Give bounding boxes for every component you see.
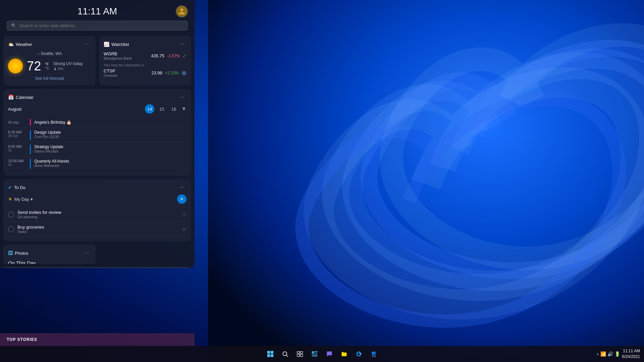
- weather-title-row: ⛅ Weather: [8, 42, 32, 47]
- event-details-design-update: Design Update Conf Rm 32/35: [34, 130, 61, 139]
- taskbar-store-button[interactable]: [368, 348, 380, 360]
- taskbar-windows-button[interactable]: [264, 348, 276, 360]
- stock-item-wgrb[interactable]: WGRB Woodgrove Bank 435.75 -1.67% ✓: [104, 51, 186, 60]
- sun-icon: [8, 59, 23, 73]
- tray-arrow-icon[interactable]: ∧: [596, 352, 599, 356]
- taskbar-date-display: 6/24/2021: [622, 354, 640, 360]
- watchlist-more-button[interactable]: ···: [178, 41, 186, 48]
- todo-icon: ✔: [8, 185, 12, 190]
- fahrenheit-unit[interactable]: °F: [45, 62, 49, 66]
- svg-rect-17: [267, 351, 270, 354]
- widget-time: 11:11 AM: [67, 6, 127, 17]
- photos-widget: 🖼 Photos ··· On This Day Dec 18 · 33 ite…: [3, 245, 96, 264]
- event-details-allhands: Quarterly All-Hands Arina Maharani: [34, 159, 69, 168]
- photos-on-this-day: On This Day: [8, 260, 37, 264]
- photos-more-button[interactable]: ···: [83, 249, 91, 257]
- calendar-event-strategy-update[interactable]: 9:00 AM 1h Strategy Update Darius Mcclai…: [8, 142, 186, 157]
- widget-panel: 11:11 AM 🔍 ⛅ Weather ··· ⌂ Seat: [0, 0, 195, 268]
- add-widgets-button[interactable]: Add widgets: [3, 267, 191, 268]
- watchlist-title-row: 📈 Watchlist: [104, 42, 129, 47]
- stock-item-ctsp[interactable]: CTSP Contoso 23.98 +2.23% ⊕: [104, 68, 186, 77]
- photos-subheader: On This Day Dec 18 · 33 items See all: [8, 260, 91, 264]
- calendar-day-16[interactable]: 16: [169, 104, 178, 114]
- todo-star-invites[interactable]: ☆: [182, 211, 186, 218]
- taskbar-search-button[interactable]: [279, 348, 291, 360]
- todo-myday-label[interactable]: My Day ▾: [14, 197, 33, 202]
- calendar-event-allday[interactable]: All day Angela's Birthday 🎂: [8, 117, 186, 128]
- user-avatar[interactable]: [176, 5, 188, 17]
- weather-unit-toggle[interactable]: °F °C: [45, 62, 49, 70]
- taskbar-edge-button[interactable]: [353, 348, 365, 360]
- todo-star-groceries[interactable]: ☆: [182, 226, 186, 232]
- todo-checkbox-invites[interactable]: [8, 212, 14, 218]
- todo-widget: ✔ To Do ··· ☀ My Day ▾ + Send invites fo…: [3, 179, 191, 241]
- calendar-day-15[interactable]: 15: [157, 104, 166, 114]
- taskbar-clock[interactable]: 11:11 AM 6/24/2021: [622, 348, 640, 360]
- calendar-days: 14 15 16 ▼: [145, 104, 186, 114]
- calendar-event-design-update[interactable]: 8:30 AM 30 min Design Update Conf Rm 32/…: [8, 128, 186, 142]
- event-title-strategy: Strategy Update: [34, 144, 63, 149]
- taskbar-widgets-button[interactable]: [309, 348, 321, 360]
- calendar-day-14[interactable]: 14: [145, 104, 154, 114]
- taskbar-center: [264, 348, 380, 360]
- weather-widget-header: ⛅ Weather ···: [8, 41, 91, 48]
- stock-company-wgrb: Woodgrove Bank: [104, 56, 132, 60]
- calendar-widget: 📅 Calendar ··· August 14 15 16 ▼ All day…: [3, 89, 191, 176]
- event-bar-allhands: [30, 159, 31, 169]
- photos-widget-header: 🖼 Photos ···: [8, 249, 91, 257]
- svg-rect-27: [312, 351, 315, 354]
- todo-myday-header: ☀ My Day ▾ +: [8, 194, 186, 204]
- weather-forecast-link[interactable]: See full forecast: [8, 76, 91, 81]
- svg-rect-25: [297, 354, 300, 357]
- todo-item-invites[interactable]: Send invites for review Q4 planning ☆: [8, 207, 186, 222]
- system-tray-icons: ∧ 📶 🔊 🔋: [596, 351, 620, 357]
- calendar-title-row: 📅 Calendar: [8, 95, 34, 100]
- top-stories-label: TOP STORIES: [7, 337, 37, 342]
- todo-item-groceries[interactable]: Buy groceries Tasks ☆: [8, 222, 186, 237]
- todo-sub-invites: Q4 planning: [17, 215, 178, 219]
- taskbar-task-view-button[interactable]: [294, 348, 306, 360]
- calendar-nav: August 14 15 16 ▼: [8, 104, 186, 114]
- watchlist-widget: 📈 Watchlist ··· WGRB Woodgrove Bank 435.…: [99, 36, 191, 85]
- svg-rect-20: [271, 354, 273, 357]
- calendar-widget-title: Calendar: [16, 95, 34, 100]
- stock-symbol-wgrb: WGRB: [104, 51, 132, 56]
- taskbar-file-explorer-button[interactable]: [338, 348, 350, 360]
- stock-company-ctsp: Contoso: [104, 73, 117, 77]
- photos-see-all-link[interactable]: See all: [78, 263, 91, 264]
- todo-sub-groceries: Tasks: [17, 230, 178, 234]
- celsius-unit[interactable]: °C: [45, 66, 49, 70]
- allday-event-title: Angela's Birthday 🎂: [34, 120, 71, 125]
- stock-change-wgrb: -1.67%: [167, 54, 180, 58]
- calendar-icon: 📅: [8, 95, 14, 100]
- taskbar-chat-button[interactable]: [323, 348, 335, 360]
- search-icon: 🔍: [11, 23, 16, 28]
- calendar-month: August: [8, 107, 21, 112]
- calendar-event-allhands[interactable]: 10:00 AM 1h Quarterly All-Hands Arina Ma…: [8, 157, 186, 171]
- svg-rect-26: [300, 354, 303, 357]
- event-time-830: 8:30 AM 30 min: [8, 130, 26, 138]
- weather-widget: ⛅ Weather ··· ⌂ Seattle, WA 72 °F °C Str…: [3, 36, 96, 85]
- search-input[interactable]: [19, 23, 183, 28]
- todo-checkbox-groceries[interactable]: [8, 226, 14, 232]
- calendar-more-button[interactable]: ···: [178, 94, 186, 101]
- search-bar[interactable]: 🔍: [7, 21, 188, 31]
- add-stock-button[interactable]: ⊕: [181, 69, 186, 77]
- svg-rect-19: [267, 354, 270, 357]
- top-stories-bar: TOP STORIES: [0, 333, 195, 346]
- event-sub-allhands: Arina Maharani: [34, 164, 69, 168]
- todo-add-button[interactable]: +: [177, 194, 186, 204]
- todo-more-button[interactable]: ···: [178, 184, 186, 191]
- svg-point-31: [372, 356, 373, 357]
- stock-price-wgrb: 435.75: [151, 53, 164, 58]
- weather-more-button[interactable]: ···: [83, 41, 91, 48]
- event-sub-design-update: Conf Rm 32/35: [34, 135, 61, 139]
- svg-rect-30: [312, 354, 318, 357]
- event-bar-blue: [30, 130, 31, 140]
- weather-widget-title: Weather: [16, 42, 32, 47]
- volume-icon[interactable]: 🔊: [607, 351, 613, 357]
- event-sub-strategy: Darius Mcclain: [34, 149, 63, 153]
- calendar-chevron-icon[interactable]: ▼: [181, 106, 186, 112]
- battery-icon[interactable]: 🔋: [614, 351, 620, 357]
- wifi-icon[interactable]: 📶: [600, 351, 606, 357]
